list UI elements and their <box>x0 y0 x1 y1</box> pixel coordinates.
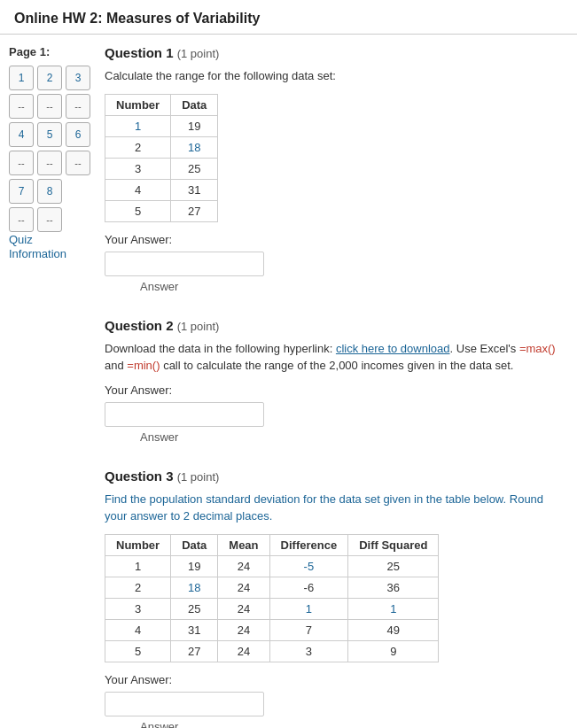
page-label: Page 1: <box>9 45 89 58</box>
nav-row-dashes-1: -- -- -- <box>9 94 89 119</box>
question-2-text: Download the data in the following hyper… <box>105 340 563 375</box>
q1-col-data: Data <box>171 94 218 115</box>
nav-dash-8: -- <box>37 207 62 232</box>
nav-item-6[interactable]: 6 <box>66 122 90 147</box>
question-1-table: Number Data 1 19 2 18 3 25 <box>105 94 218 222</box>
nav-dash-7: -- <box>9 207 34 232</box>
nav-item-7[interactable]: 7 <box>9 179 34 204</box>
nav-dash-3: -- <box>66 94 90 119</box>
nav-row-1: 1 2 3 <box>9 66 89 90</box>
nav-dash-2: -- <box>37 94 62 119</box>
table-row: 1 19 <box>105 115 218 136</box>
nav-dash-4: -- <box>9 151 34 175</box>
q3-col-diff-squared: Diff Squared <box>348 534 439 555</box>
q2-your-answer-label: Your Answer: <box>105 383 563 397</box>
question-3-title: Question 3 (1 point) <box>105 469 563 484</box>
sidebar: Page 1: 1 2 3 -- -- -- 4 5 6 -- <box>0 45 97 728</box>
q2-answer-wrap: Answer <box>105 402 563 444</box>
page-title: Online HW 2: Measures of Variability <box>14 11 563 27</box>
table-row: 5 27 24 3 9 <box>105 640 439 662</box>
question-1-block: Question 1 (1 point) Calculate the range… <box>105 45 563 293</box>
q2-link[interactable]: click here to download <box>336 342 450 355</box>
nav-grid: 1 2 3 -- -- -- 4 5 6 -- -- -- <box>9 66 89 232</box>
table-row: 1 19 24 -5 25 <box>105 555 439 577</box>
nav-item-3[interactable]: 3 <box>66 66 90 90</box>
nav-row-3: 7 8 <box>9 179 89 204</box>
table-row: 2 18 24 -6 36 <box>105 577 439 598</box>
q3-answer-wrap: Answer <box>105 692 563 729</box>
table-row: 4 31 24 7 49 <box>105 619 439 640</box>
question-3-block: Question 3 (1 point) Find the population… <box>105 469 563 729</box>
q1-col-number: Number <box>105 94 171 115</box>
q2-text-normal-1: Download the data in the following hyper… <box>105 342 336 355</box>
question-1-title: Question 1 (1 point) <box>105 45 563 60</box>
nav-dash-5: -- <box>37 151 62 175</box>
nav-row-dashes-3: -- -- <box>9 207 89 232</box>
question-1-text: Calculate the range for the following da… <box>105 67 563 85</box>
nav-row-2: 4 5 6 <box>9 122 89 147</box>
q2-answer-label: Answer <box>140 430 178 444</box>
nav-item-4[interactable]: 4 <box>9 122 34 147</box>
q3-col-difference: Difference <box>269 534 348 555</box>
question-2-title: Question 2 (1 point) <box>105 318 563 333</box>
question-3-text: Find the population standard deviation f… <box>105 491 563 525</box>
nav-item-5[interactable]: 5 <box>37 122 62 147</box>
q3-col-mean: Mean <box>218 534 269 555</box>
table-row: 4 31 <box>105 179 218 200</box>
q1-your-answer-label: Your Answer: <box>105 233 563 246</box>
q1-answer-label: Answer <box>140 280 178 293</box>
q3-col-number: Number <box>105 534 171 555</box>
q3-your-answer-label: Your Answer: <box>105 673 563 686</box>
table-row: 5 27 <box>105 200 218 221</box>
nav-dash-6: -- <box>66 151 90 175</box>
question-2-block: Question 2 (1 point) Download the data i… <box>105 318 563 444</box>
q3-answer-label: Answer <box>140 720 178 729</box>
table-row: 2 18 <box>105 136 218 158</box>
q2-answer-input[interactable] <box>105 402 264 427</box>
quiz-info-link[interactable]: Quiz Information <box>9 233 66 260</box>
q3-answer-input[interactable] <box>105 692 264 716</box>
table-row: 3 25 24 1 1 <box>105 598 439 619</box>
q3-col-data: Data <box>171 534 218 555</box>
nav-item-2[interactable]: 2 <box>37 66 62 90</box>
nav-item-1[interactable]: 1 <box>9 66 34 90</box>
table-row: 3 25 <box>105 158 218 179</box>
q1-answer-input[interactable] <box>105 252 264 276</box>
question-3-table: Number Data Mean Difference Diff Squared… <box>105 534 439 662</box>
nav-row-dashes-2: -- -- -- <box>9 151 89 175</box>
content-area: Question 1 (1 point) Calculate the range… <box>97 45 577 728</box>
q1-answer-wrap: Answer <box>105 252 563 293</box>
nav-dash-1: -- <box>9 94 34 119</box>
nav-item-8[interactable]: 8 <box>37 179 62 204</box>
